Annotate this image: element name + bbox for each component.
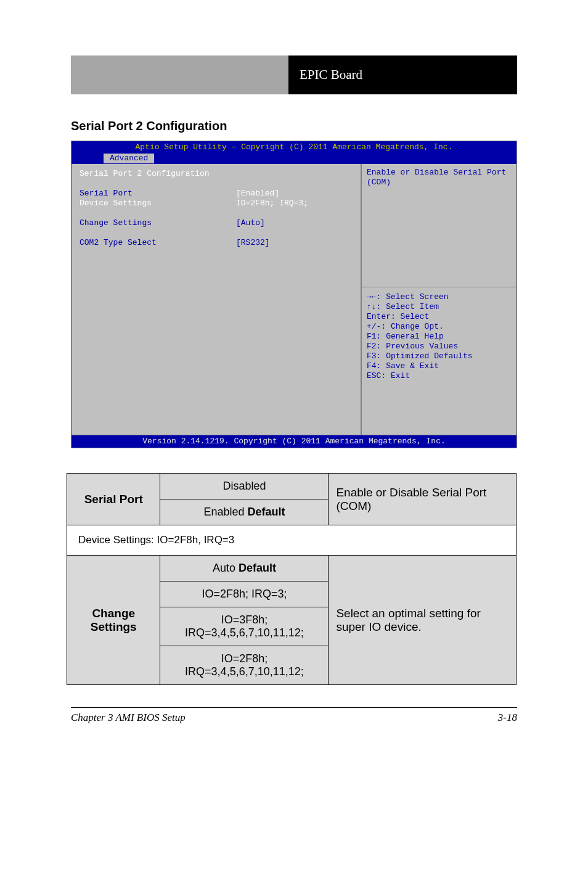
option-value: IO=2F8h; IRQ=3,4,5,6,7,10,11,12; — [160, 646, 329, 685]
option-summary: Enable or Disable Serial Port (COM) — [329, 474, 517, 525]
bios-key-line: ESC: Exit — [367, 371, 511, 381]
bios-row-label: Device Settings — [80, 199, 236, 208]
header-right: EPIC Board — [288, 55, 517, 94]
section-title: Serial Port 2 Configuration — [71, 119, 517, 133]
option-name: Change Settings — [67, 556, 160, 685]
header-band: EPIC Board — [71, 55, 517, 94]
bios-main-title: Serial Port 2 Configuration — [80, 169, 353, 179]
bios-row[interactable]: Change Settings[Auto] — [80, 218, 353, 228]
default-label: Default — [239, 562, 276, 574]
bios-body: Serial Port 2 Configuration Serial Port[… — [71, 164, 517, 435]
bios-key-line: +/-: Change Opt. — [367, 322, 511, 332]
option-value: IO=3F8h; IRQ=3,4,5,6,7,10,11,12; — [160, 607, 329, 646]
bios-help-panel: Enable or Disable Serial Port (COM) →←: … — [361, 164, 517, 435]
page-footer: Chapter 3 AMI BIOS Setup 3-18 — [71, 712, 517, 724]
bios-row-value: [Enabled] — [236, 189, 279, 199]
bios-key-legend: →←: Select Screen↑↓: Select ItemEnter: S… — [362, 287, 516, 386]
bios-row[interactable]: Device SettingsIO=2F8h; IRQ=3; — [80, 199, 353, 208]
bios-key-line: F4: Save & Exit — [367, 361, 511, 371]
bios-row[interactable]: COM2 Type Select[RS232] — [80, 238, 353, 248]
header-left — [71, 55, 288, 94]
bios-key-line: F2: Previous Values — [367, 342, 511, 351]
footer-rule — [71, 707, 517, 708]
bios-key-line: F3: Optimized Defaults — [367, 351, 511, 361]
option-value: Enabled Default — [160, 499, 329, 525]
bios-row-value: [RS232] — [236, 238, 270, 248]
bios-row[interactable]: Serial Port[Enabled] — [80, 189, 353, 199]
bios-row-label: Serial Port — [80, 189, 236, 199]
bios-key-line: F1: General Help — [367, 332, 511, 342]
bios-titlebar: Aptio Setup Utility – Copyright (C) 2011… — [71, 141, 517, 152]
bios-frame: Aptio Setup Utility – Copyright (C) 2011… — [71, 141, 517, 448]
bios-row-value: IO=2F8h; IRQ=3; — [236, 199, 308, 208]
bios-row-value: [Auto] — [236, 218, 265, 228]
bios-key-line: ↑↓: Select Item — [367, 302, 511, 312]
bios-row-label: COM2 Type Select — [80, 238, 236, 248]
table-note: Device Settings: IO=2F8h, IRQ=3 — [67, 525, 517, 556]
bios-help-text: Enable or Disable Serial Port (COM) — [362, 164, 516, 287]
bios-tab-advanced[interactable]: Advanced — [104, 154, 154, 163]
bios-footer: Version 2.14.1219. Copyright (C) 2011 Am… — [71, 435, 517, 448]
bios-tabrow: Advanced — [71, 152, 517, 164]
bios-row-label: Change Settings — [80, 218, 236, 228]
bios-main-panel: Serial Port 2 Configuration Serial Port[… — [71, 164, 361, 435]
footer-left: Chapter 3 AMI BIOS Setup — [71, 712, 186, 724]
option-value: Auto Default — [160, 556, 329, 581]
option-value: Disabled — [160, 474, 329, 499]
options-table: Serial PortDisabledEnable or Disable Ser… — [67, 473, 517, 685]
bios-key-line: →←: Select Screen — [367, 292, 511, 302]
page: EPIC Board Serial Port 2 Configuration A… — [0, 55, 588, 724]
bios-key-line: Enter: Select — [367, 312, 511, 322]
option-value: IO=2F8h; IRQ=3; — [160, 581, 329, 607]
option-summary: Select an optimal setting for super IO d… — [329, 556, 517, 685]
default-label: Default — [247, 506, 285, 518]
footer-right: 3-18 — [498, 712, 517, 724]
option-name: Serial Port — [67, 474, 160, 525]
